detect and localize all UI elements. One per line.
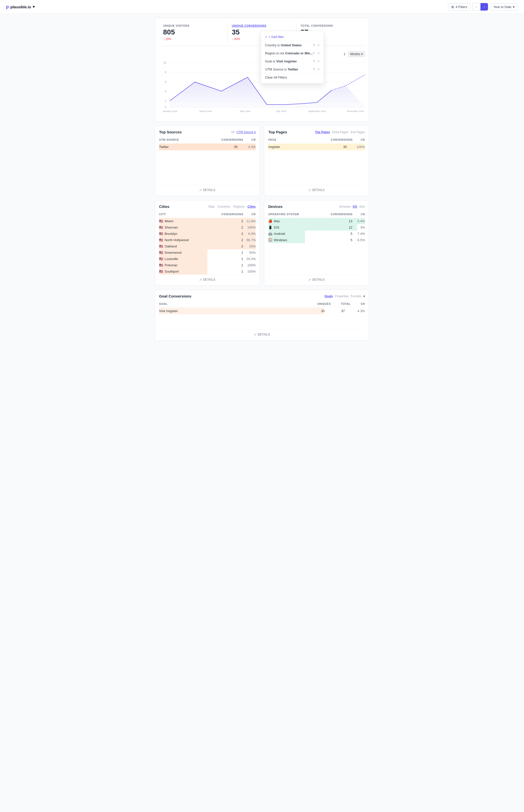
top-sources-title: Top Sources — [159, 130, 182, 134]
svg-text:2: 2 — [165, 100, 166, 102]
devices-details-button[interactable]: ⤢ DETAILS — [309, 278, 324, 281]
add-filter-button[interactable]: + + Add filter — [261, 33, 324, 41]
cities-devices-row: Cities Map Countries Regions Cities City… — [155, 200, 369, 286]
tab-top-pages[interactable]: Top Pages — [315, 130, 330, 134]
tab-goals[interactable]: Goals — [324, 294, 333, 298]
cities-header: Cities Map Countries Regions Cities — [159, 205, 256, 209]
table-row[interactable]: 🇺🇸 Greenwood 1 50% — [159, 249, 256, 256]
download-chart-button[interactable]: ⬇ — [343, 52, 346, 56]
table-row[interactable]: Twitter 35 4.3% — [159, 144, 256, 150]
edit-utm-filter[interactable]: ✎ — [313, 67, 315, 71]
goal-conversions-panel: Goal Conversions Goals Properties Funnel… — [155, 290, 369, 341]
cities-details-button[interactable]: ⤢ DETAILS — [199, 278, 215, 281]
source-cr: 4.3% — [246, 145, 256, 149]
edit-goal-filter[interactable]: ✎ — [313, 60, 315, 63]
main-content: + + Add filter Country is United States … — [149, 14, 375, 348]
top-pages-panel: Top Pages Top Pages Entry Pages Exit Pag… — [264, 126, 369, 196]
logo[interactable]: p plausible.io ▾ — [6, 4, 35, 10]
goal-col-header: Goal — [159, 302, 317, 305]
stats-container: + + Add filter Country is United States … — [155, 18, 369, 121]
next-period-button[interactable]: › — [480, 3, 488, 11]
edit-country-filter[interactable]: ✎ — [313, 43, 315, 47]
tab-properties[interactable]: Properties — [335, 294, 349, 298]
os-name: Mac — [274, 219, 342, 223]
table-row[interactable]: 🇺🇸 Oakland 2 25% — [159, 243, 256, 249]
os-name: Windows — [274, 238, 342, 242]
table-row[interactable]: 🤖 Android 5 7.4% — [268, 230, 365, 237]
filter-item-utm: UTM Source is Twitter ✎ × — [261, 65, 324, 73]
table-row[interactable]: 🇺🇸 Brooklyn 2 6.9% — [159, 230, 256, 237]
table-row[interactable]: 🇺🇸 Potomac 1 100% — [159, 262, 256, 268]
city-flag: 🇺🇸 — [159, 244, 163, 248]
os-cr: 3% — [353, 226, 365, 229]
clear-all-filters-button[interactable]: Clear All Filters — [261, 73, 324, 81]
table-row[interactable]: 🇺🇸 Sherman 2 100% — [159, 224, 256, 230]
header-controls: ⊞ 4 Filters ‹ › Year to Date ▾ — [448, 3, 518, 11]
utm-source-tab[interactable]: UTM Source ▾ — [236, 130, 256, 134]
tab-cities[interactable]: Cities — [247, 205, 256, 208]
city-flag: 🇺🇸 — [159, 238, 163, 242]
os-conversions: 5 — [342, 232, 353, 236]
pages-cr-col-header: CR — [361, 138, 365, 141]
city-cr-col-header: CR — [251, 213, 256, 216]
city-cr: 100% — [243, 263, 256, 267]
tab-entry-pages[interactable]: Entry Pages — [332, 130, 348, 134]
table-row[interactable]: 🇺🇸 Miami 2 11.8% — [159, 218, 256, 224]
remove-country-filter[interactable]: × — [317, 43, 320, 47]
remove-utm-filter[interactable]: × — [317, 67, 320, 71]
filter-item-region: Region is not Colorado or Min... ✎ × — [261, 49, 324, 57]
table-row[interactable]: 🪟 Windows 5 6.5% — [268, 237, 365, 243]
total-col-header: Total — [341, 302, 350, 305]
unique-visitors-label: UNIQUE VISITORS — [163, 24, 224, 27]
top-sources-header: Top Sources All UTM Source ▾ — [159, 130, 256, 134]
top-pages-header: Top Pages Top Pages Entry Pages Exit Pag… — [268, 130, 365, 134]
tab-regions[interactable]: Regions — [233, 205, 244, 208]
city-conversions: 2 — [233, 226, 243, 229]
remove-region-filter[interactable]: × — [317, 51, 320, 55]
city-name: North Hollywood — [165, 238, 233, 242]
goals-table-header: Goal Uniques Total CR — [159, 301, 365, 307]
tab-exit-pages[interactable]: Exit Pages — [350, 130, 365, 134]
table-row[interactable]: Visit /register 35 37 4.3% — [159, 308, 365, 314]
tab-map[interactable]: Map — [209, 205, 214, 208]
remove-goal-filter[interactable]: × — [317, 59, 320, 63]
table-row[interactable]: 🇺🇸 Southport 1 100% — [159, 268, 256, 275]
devices-header: Devices Browser OS Size — [268, 205, 365, 209]
city-flag: 🇺🇸 — [159, 219, 163, 223]
sources-details-button[interactable]: ⤢ DETAILS — [199, 188, 215, 192]
edit-region-filter[interactable]: ✎ — [313, 51, 315, 55]
source-name: Twitter — [159, 145, 228, 149]
tab-browser[interactable]: Browser — [340, 205, 350, 208]
prev-period-button[interactable]: ‹ — [472, 3, 480, 11]
table-row[interactable]: 📱 iOS 12 3% — [268, 224, 365, 230]
table-row[interactable]: 🍎 Mac 13 5.4% — [268, 218, 365, 224]
all-sources-tab[interactable]: All — [231, 130, 234, 134]
city-name: Oakland — [165, 244, 233, 248]
devices-list: 🍎 Mac 13 5.4% 📱 iOS 12 3% 🤖 Android 5 7.… — [268, 218, 365, 243]
months-selector-button[interactable]: Months ▾ — [348, 51, 365, 57]
tab-countries[interactable]: Countries — [217, 205, 230, 208]
tab-size[interactable]: Size — [359, 205, 365, 208]
tab-os[interactable]: OS — [353, 205, 357, 208]
devices-table-header: Operating system Conversions CR — [268, 212, 365, 217]
city-cr: 33.3% — [243, 257, 256, 261]
svg-text:May 2024: May 2024 — [240, 110, 251, 113]
pages-conversions-col-header: Conversions — [331, 138, 353, 141]
city-cr: 100% — [243, 270, 256, 273]
devices-cr-col-header: CR — [361, 213, 365, 216]
svg-text:6: 6 — [165, 81, 166, 83]
pages-details-button[interactable]: ⤢ DETAILS — [309, 188, 324, 192]
date-range-caret: ▾ — [513, 5, 515, 9]
table-row[interactable]: 🇺🇸 Louisville 1 33.3% — [159, 256, 256, 262]
city-flag: 🇺🇸 — [159, 257, 163, 261]
table-row[interactable]: 🇺🇸 North Hollywood 2 66.7% — [159, 237, 256, 243]
devices-title: Devices — [268, 205, 283, 209]
date-range-button[interactable]: Year to Date ▾ — [490, 3, 518, 11]
filters-button[interactable]: ⊞ 4 Filters — [448, 3, 470, 11]
uniques-col-header: Uniques — [317, 302, 331, 305]
goals-details-button[interactable]: ⤢ DETAILS — [254, 333, 270, 336]
tab-funnels[interactable]: Funnels — [350, 294, 361, 298]
cities-panel: Cities Map Countries Regions Cities City… — [155, 200, 260, 286]
table-row[interactable]: /register 35 100% — [268, 144, 365, 150]
unique-conversions-label[interactable]: UNIQUE CONVERSIONS — [232, 24, 292, 27]
